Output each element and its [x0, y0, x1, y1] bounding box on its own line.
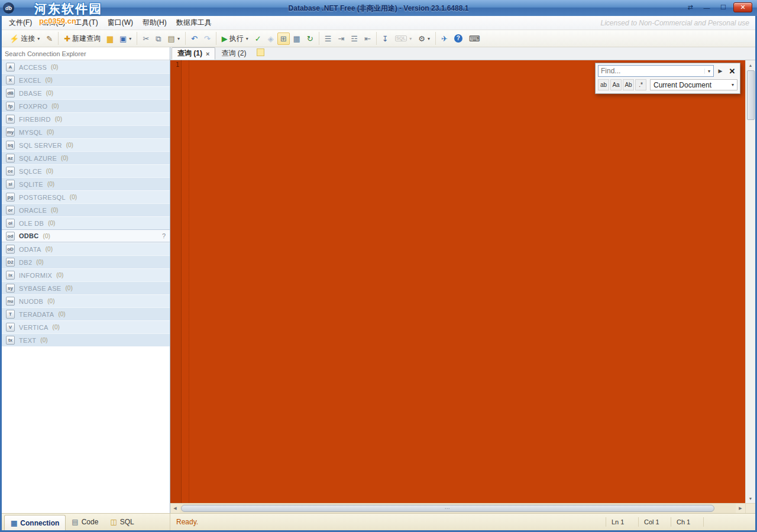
results-text-button[interactable]: ▦: [290, 33, 303, 45]
sidebar-item-sql-azure[interactable]: azSQL AZURE(0): [2, 151, 170, 164]
sidebar-item-sybase-ase[interactable]: sySYBASE ASE(0): [2, 281, 170, 294]
regex-button[interactable]: .*: [635, 79, 646, 90]
new-query-button[interactable]: ✚新建查询: [61, 33, 103, 45]
sidebar-item-sqlite[interactable]: slSQLITE(0): [2, 177, 170, 190]
code-tab-icon: ▤: [72, 518, 78, 526]
mysql-icon: my: [6, 128, 15, 137]
sidebar-item-oracle[interactable]: orORACLE(0): [2, 203, 170, 216]
copy-button[interactable]: ⧉: [153, 33, 164, 45]
cut-button[interactable]: ✂: [140, 33, 152, 45]
help-hint: ?: [162, 232, 166, 239]
scroll-up-icon[interactable]: ▲: [746, 60, 755, 70]
uncomment-button[interactable]: ⇤: [361, 33, 374, 45]
horizontal-scrollbar[interactable]: ◀ ⋯ ▶: [170, 503, 755, 513]
send-feedback-button[interactable]: ✈: [438, 33, 451, 45]
format-sql-icon: ☰: [325, 35, 332, 43]
minimize-button[interactable]: —: [700, 2, 713, 12]
validate-button[interactable]: ✓: [252, 33, 264, 45]
postgresql-icon: pg: [6, 193, 15, 202]
sidebar-item-db2[interactable]: D2DB2(0): [2, 255, 170, 268]
sidebar-item-access[interactable]: AACCESS(0): [2, 60, 170, 73]
scroll-down-icon[interactable]: ▼: [746, 494, 755, 503]
menubar: 文件(F)编辑(E)工具(T)窗口(W)帮助(H)数据库工具 Licensed …: [2, 16, 755, 30]
sidebar-item-foxpro[interactable]: fpFOXPRO(0): [2, 99, 170, 112]
titlebar[interactable]: db Database .NET Free (非商业用途) - Version …: [0, 0, 757, 16]
cut-icon: ✂: [143, 35, 149, 43]
execution-plan-button[interactable]: ◈: [265, 33, 277, 45]
close-button[interactable]: ✕: [733, 2, 752, 12]
export-button[interactable]: ↧: [379, 33, 392, 45]
editor-margin-line: [189, 60, 189, 503]
bottom-tab-sql[interactable]: ◫SQL: [104, 514, 140, 530]
sidebar-item-ole-db[interactable]: olOLE DB(0): [2, 216, 170, 229]
whole-word-button[interactable]: Ab: [623, 79, 634, 90]
bottom-tab-code[interactable]: ▤Code: [66, 514, 104, 530]
tab-query-1[interactable]: 查询 (1)×: [172, 47, 215, 60]
settings-button[interactable]: ⚙▾: [415, 33, 433, 45]
settings-icon: ⚙: [418, 35, 425, 43]
open-file-icon: ▆: [107, 35, 113, 43]
arrange-window-button[interactable]: ⇄: [684, 2, 697, 12]
paste-button[interactable]: ▤▾: [165, 33, 183, 45]
refresh-results-button[interactable]: ↻: [304, 33, 316, 45]
menu-item-5[interactable]: 帮助(H): [138, 16, 172, 30]
sidebar-item-nuodb[interactable]: nuNUODB(0): [2, 294, 170, 307]
sidebar-item-sql-server[interactable]: sqSQL SERVER(0): [2, 138, 170, 151]
connection-list: AACCESS(0)XEXCEL(0)dBDBASE(0)fpFOXPRO(0)…: [2, 60, 170, 513]
results-grid-button[interactable]: ⊞: [277, 33, 290, 45]
help-button[interactable]: ?: [451, 33, 465, 45]
menu-item-4[interactable]: 窗口(W): [103, 16, 138, 30]
horizontal-scroll-track[interactable]: ⋯: [180, 504, 736, 513]
menu-item-3[interactable]: 工具(T): [70, 16, 102, 30]
new-tab-indicator[interactable]: [257, 48, 264, 56]
sidebar-item-odata[interactable]: oDODATA(0): [2, 242, 170, 255]
sidebar-item-excel[interactable]: XEXCEL(0): [2, 73, 170, 86]
find-scope-dropdown[interactable]: Current Document ▾: [650, 79, 737, 90]
editor-canvas[interactable]: 1 ▾ ▶ ✕: [170, 60, 745, 503]
sidebar-item-text[interactable]: txTEXT(0): [2, 333, 170, 346]
find-close-button[interactable]: ✕: [727, 65, 737, 77]
sidebar-item-odbc[interactable]: odODBC(0)?: [2, 229, 170, 242]
scroll-left-icon[interactable]: ◀: [170, 504, 180, 513]
editor-tabs: 查询 (1)×查询 (2): [172, 47, 251, 60]
execute-button[interactable]: ▶执行▾: [219, 33, 251, 45]
dropdown-caret-icon: ▾: [409, 36, 412, 41]
redo-button[interactable]: ↷: [201, 33, 213, 45]
sidebar-item-informix[interactable]: ixINFORMIX(0): [2, 268, 170, 281]
sidebar-item-firebird[interactable]: fbFIREBIRD(0): [2, 112, 170, 125]
find-next-button[interactable]: ▶: [716, 65, 725, 77]
comment-button[interactable]: ☲: [348, 33, 361, 45]
sidebar-item-dbase[interactable]: dBDBASE(0): [2, 86, 170, 99]
menu-item-6[interactable]: 数据库工具: [172, 16, 216, 30]
sidebar-item-postgresql[interactable]: pgPOSTGRESQL(0): [2, 190, 170, 203]
indent-button[interactable]: ⇥: [335, 33, 347, 45]
sidebar-item-teradata[interactable]: TTERADATA(0): [2, 307, 170, 320]
menu-item-1[interactable]: 文件(F): [4, 16, 37, 30]
save-button[interactable]: ▣▾: [117, 33, 134, 45]
tab-close-icon[interactable]: ×: [206, 50, 209, 57]
find-row-top: ▾ ▶ ✕: [596, 63, 740, 79]
find-input[interactable]: [599, 67, 704, 75]
tab-query-2[interactable]: 查询 (2): [216, 47, 251, 60]
edit-connection-button[interactable]: ✎: [43, 33, 56, 45]
maximize-button[interactable]: ☐: [717, 2, 730, 12]
vertical-scrollbar[interactable]: ▲ ▼: [745, 60, 755, 503]
sidebar-item-mysql[interactable]: myMYSQL(0): [2, 125, 170, 138]
scroll-right-icon[interactable]: ▶: [736, 504, 745, 513]
connect-button[interactable]: ⚡连接▾: [7, 33, 43, 45]
sidebar-item-vertica[interactable]: VVERTICA(0): [2, 320, 170, 333]
match-case-button[interactable]: Aa: [610, 79, 622, 90]
horizontal-scroll-thumb[interactable]: ⋯: [181, 505, 714, 512]
format-sql-button[interactable]: ☰: [322, 33, 335, 45]
incremental-search-button[interactable]: ab: [598, 79, 609, 90]
search-input[interactable]: [2, 47, 170, 60]
menu-item-2[interactable]: 编辑(E): [37, 16, 70, 30]
find-combo-caret-icon[interactable]: ▾: [704, 69, 713, 74]
vertical-scroll-thumb[interactable]: [747, 70, 755, 120]
open-file-button[interactable]: ▆: [104, 33, 116, 45]
undo-button[interactable]: ↶: [188, 33, 200, 45]
keyboard-shortcuts-button[interactable]: ⌨: [466, 33, 483, 45]
sql-menu-button[interactable]: SQL▾: [392, 33, 415, 45]
sidebar-item-sqlce[interactable]: ceSQLCE(0): [2, 164, 170, 177]
bottom-tab-connection[interactable]: ▦Connection: [4, 515, 66, 530]
